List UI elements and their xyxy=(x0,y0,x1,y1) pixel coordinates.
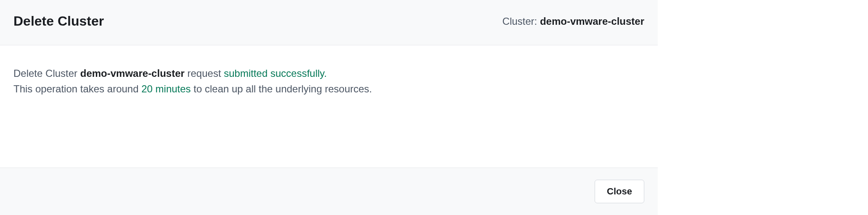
dialog-body: Delete Cluster demo-vmware-cluster reque… xyxy=(0,45,658,168)
close-button[interactable]: Close xyxy=(595,180,644,203)
message-prefix: Delete Cluster xyxy=(13,68,80,79)
dialog-header: Delete Cluster Cluster: demo-vmware-clus… xyxy=(0,0,658,45)
cluster-label: Cluster: xyxy=(503,16,540,27)
status-message-line1: Delete Cluster demo-vmware-cluster reque… xyxy=(13,66,644,81)
duration-suffix: to clean up all the underlying resources… xyxy=(191,83,372,94)
message-success: submitted successfully. xyxy=(224,68,327,79)
duration-value: 20 minutes xyxy=(141,83,191,94)
dialog-title: Delete Cluster xyxy=(13,13,104,29)
cluster-name: demo-vmware-cluster xyxy=(540,16,644,27)
message-cluster-name: demo-vmware-cluster xyxy=(80,68,185,79)
cluster-info: Cluster: demo-vmware-cluster xyxy=(503,16,644,27)
status-message-line2: This operation takes around 20 minutes t… xyxy=(13,81,644,97)
empty-right-region xyxy=(658,0,868,215)
duration-prefix: This operation takes around xyxy=(13,83,141,94)
dialog-footer: Close xyxy=(0,168,658,215)
message-middle: request xyxy=(185,68,224,79)
delete-cluster-dialog: Delete Cluster Cluster: demo-vmware-clus… xyxy=(0,0,658,215)
